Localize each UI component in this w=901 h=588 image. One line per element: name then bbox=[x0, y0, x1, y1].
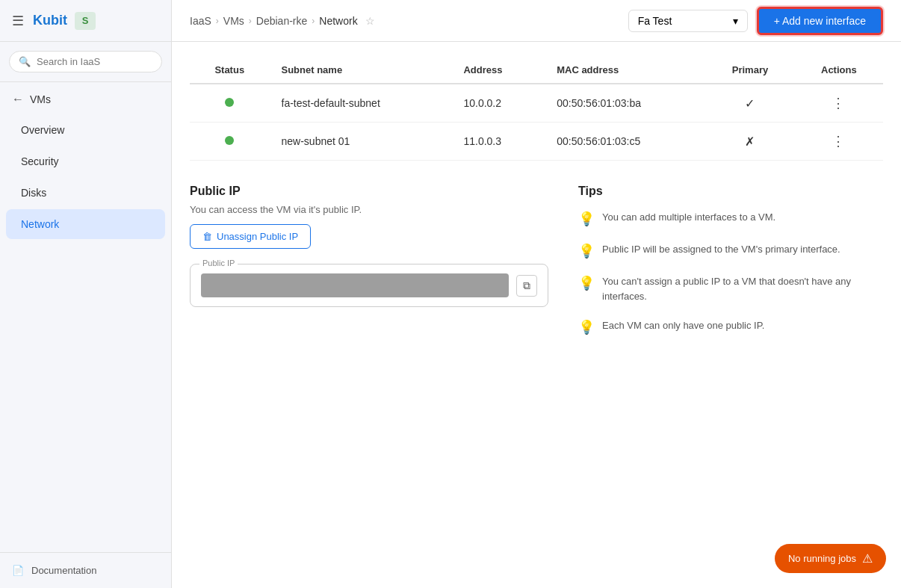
unassign-icon: 🗑 bbox=[202, 231, 212, 242]
col-status: Status bbox=[190, 57, 270, 84]
public-ip-value bbox=[201, 273, 509, 297]
tip-icon-1: 💡 bbox=[578, 211, 595, 227]
row2-status bbox=[190, 123, 270, 161]
row1-status bbox=[190, 84, 270, 123]
col-primary: Primary bbox=[705, 57, 794, 84]
no-jobs-label: No running jobs bbox=[788, 553, 856, 564]
copy-icon: ⧉ bbox=[523, 279, 530, 291]
vms-label: VMs bbox=[30, 93, 51, 105]
bottom-section: Public IP You can access the VM via it's… bbox=[190, 185, 883, 350]
breadcrumb: IaaS › VMs › Debian-rke › Network ☆ bbox=[190, 15, 375, 27]
sidebar-item-disks[interactable]: Disks bbox=[6, 178, 165, 208]
row1-mac: 00:50:56:01:03:ba bbox=[545, 84, 705, 123]
table-row: new-subnet 01 11.0.0.3 00:50:56:01:03:c5… bbox=[190, 123, 883, 161]
sidebar-item-overview[interactable]: Overview bbox=[6, 115, 165, 145]
row1-primary: ✓ bbox=[705, 84, 794, 123]
breadcrumb-vms[interactable]: VMs bbox=[223, 15, 244, 27]
star-icon[interactable]: ☆ bbox=[365, 15, 375, 27]
sidebar-item-security[interactable]: Security bbox=[6, 146, 165, 176]
tip-icon-2: 💡 bbox=[578, 243, 595, 259]
workspace-selected: Fa Test bbox=[638, 15, 672, 27]
documentation-label: Documentation bbox=[31, 565, 96, 576]
back-arrow-icon: ← bbox=[12, 93, 24, 106]
content-area: Status Subnet name Address MAC address P… bbox=[172, 42, 901, 588]
tip-text-4: Each VM can only have one public IP. bbox=[602, 318, 764, 333]
col-mac: MAC address bbox=[545, 57, 705, 84]
row1-actions[interactable]: ⋮ bbox=[795, 84, 883, 123]
sidebar-vms-back[interactable]: ← VMs bbox=[0, 85, 171, 114]
public-ip-input-box: Public IP ⧉ bbox=[190, 264, 548, 307]
tip-text-2: Public IP will be assigned to the VM's p… bbox=[602, 242, 840, 257]
public-ip-label: Public IP bbox=[199, 259, 238, 267]
hamburger-icon[interactable]: ☰ bbox=[12, 13, 24, 29]
tip-item-2: 💡 Public IP will be assigned to the VM's… bbox=[578, 242, 883, 259]
network-table: Status Subnet name Address MAC address P… bbox=[190, 57, 883, 161]
tip-icon-3: 💡 bbox=[578, 275, 595, 291]
row2-subnet: new-subnet 01 bbox=[270, 123, 452, 161]
sidebar: ☰ Kubit S 🔍 ← VMs Overview Security Disk… bbox=[0, 0, 172, 588]
row2-primary: ✗ bbox=[705, 123, 794, 161]
breadcrumb-sep-3: › bbox=[312, 16, 315, 26]
documentation-link[interactable]: 📄 Documentation bbox=[12, 565, 159, 576]
main-content: IaaS › VMs › Debian-rke › Network ☆ Fa T… bbox=[172, 0, 901, 588]
logo-text: Kubit bbox=[33, 13, 67, 28]
row1-actions-menu[interactable]: ⋮ bbox=[832, 96, 846, 111]
warning-triangle-icon: ⚠ bbox=[862, 551, 873, 566]
tip-item-1: 💡 You can add multiple interfaces to a V… bbox=[578, 210, 883, 227]
chevron-down-icon: ▾ bbox=[733, 15, 738, 27]
sidebar-nav: Overview Security Disks Network bbox=[0, 114, 171, 552]
tips-section: Tips 💡 You can add multiple interfaces t… bbox=[578, 185, 883, 350]
row2-mac: 00:50:56:01:03:c5 bbox=[545, 123, 705, 161]
col-subnet: Subnet name bbox=[270, 57, 452, 84]
breadcrumb-debian[interactable]: Debian-rke bbox=[256, 15, 307, 27]
logo-area: Kubit S bbox=[33, 10, 97, 31]
row2-actions-menu[interactable]: ⋮ bbox=[832, 134, 846, 149]
search-input[interactable] bbox=[37, 56, 152, 67]
row2-address: 11.0.0.3 bbox=[451, 123, 545, 161]
tips-title: Tips bbox=[578, 185, 883, 198]
topbar-right: Fa Test ▾ + Add new interface bbox=[628, 7, 883, 35]
sidebar-footer: 📄 Documentation bbox=[0, 552, 171, 588]
public-ip-section: Public IP You can access the VM via it's… bbox=[190, 185, 548, 350]
table-row: fa-test-default-subnet 10.0.0.2 00:50:56… bbox=[190, 84, 883, 123]
topbar: IaaS › VMs › Debian-rke › Network ☆ Fa T… bbox=[172, 0, 901, 42]
secondary-logo-icon: S bbox=[73, 10, 97, 31]
public-ip-desc: You can access the VM via it's public IP… bbox=[190, 204, 548, 215]
tip-text-1: You can add multiple interfaces to a VM. bbox=[602, 210, 775, 225]
search-box[interactable]: 🔍 bbox=[9, 51, 162, 72]
breadcrumb-sep-2: › bbox=[249, 16, 252, 26]
copy-ip-button[interactable]: ⧉ bbox=[516, 275, 537, 297]
status-dot-active-2 bbox=[225, 136, 234, 145]
breadcrumb-network: Network bbox=[319, 15, 357, 27]
unassign-public-ip-button[interactable]: 🗑 Unassign Public IP bbox=[190, 224, 311, 249]
tip-icon-4: 💡 bbox=[578, 319, 595, 335]
svg-text:S: S bbox=[82, 15, 89, 26]
sidebar-header: ☰ Kubit S bbox=[0, 0, 171, 42]
breadcrumb-sep-1: › bbox=[216, 16, 219, 26]
search-icon: 🔍 bbox=[19, 56, 31, 67]
documentation-icon: 📄 bbox=[12, 565, 24, 576]
status-dot-active bbox=[225, 98, 234, 107]
sidebar-divider bbox=[0, 81, 171, 82]
row1-subnet: fa-test-default-subnet bbox=[270, 84, 452, 123]
sidebar-item-network[interactable]: Network bbox=[6, 209, 165, 239]
workspace-selector[interactable]: Fa Test ▾ bbox=[628, 10, 748, 32]
breadcrumb-iaas[interactable]: IaaS bbox=[190, 15, 211, 27]
tip-text-3: You can't assign a public IP to a VM tha… bbox=[602, 274, 883, 303]
unassign-label: Unassign Public IP bbox=[217, 231, 298, 242]
tip-item-4: 💡 Each VM can only have one public IP. bbox=[578, 318, 883, 335]
row2-actions[interactable]: ⋮ bbox=[795, 123, 883, 161]
no-running-jobs-badge[interactable]: No running jobs ⚠ bbox=[775, 544, 886, 573]
col-actions: Actions bbox=[795, 57, 883, 84]
add-interface-button[interactable]: + Add new interface bbox=[757, 7, 883, 35]
public-ip-title: Public IP bbox=[190, 185, 548, 198]
tip-item-3: 💡 You can't assign a public IP to a VM t… bbox=[578, 274, 883, 303]
col-address: Address bbox=[451, 57, 545, 84]
row1-address: 10.0.0.2 bbox=[451, 84, 545, 123]
